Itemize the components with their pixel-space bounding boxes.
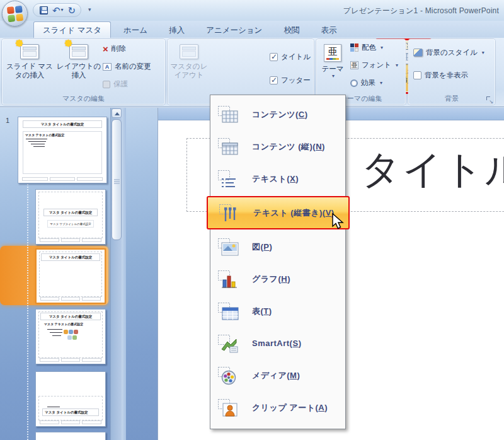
table-icon: [217, 302, 240, 321]
menu-item-label: コンテンツ (縦)(N): [252, 141, 325, 153]
themes-icon: 亜: [324, 44, 341, 62]
titlebar: ↶▾ ↻ ▾ プレゼンテーション1 - Microsoft PowerPoint: [0, 0, 504, 21]
save-icon: [40, 6, 48, 14]
hide-background-checkbox[interactable]: 背景を非表示: [413, 71, 468, 80]
delete-icon: ×: [103, 44, 108, 54]
delete-button[interactable]: × 削除: [103, 44, 126, 54]
undo-button[interactable]: ↶▾: [52, 6, 64, 15]
text-vertical-icon: [219, 204, 241, 223]
rename-button[interactable]: A 名前の変更: [103, 62, 151, 71]
group-label-master-edit: マスタの編集: [2, 94, 165, 103]
theme-colors-button[interactable]: 配色▾: [350, 43, 383, 52]
background-styles-button[interactable]: 背景のスタイル▾: [413, 48, 484, 57]
menu-item-label: 図(P): [252, 241, 272, 253]
theme-fonts-icon: 亜: [350, 61, 358, 69]
menu-item-label: コンテンツ(C): [252, 109, 308, 120]
menu-item-テキスト (縦書き)[interactable]: テキスト (縦書き)(V): [207, 196, 350, 229]
insert-slide-master-button[interactable]: スライド マスタの挿入: [4, 42, 55, 80]
slide-thumbnail-1[interactable]: マスタ タイトルの書式設定マスタ テキストの書式設定: [18, 117, 107, 183]
layout-connector-line: [27, 182, 28, 440]
pane-splitter[interactable]: [122, 108, 126, 440]
menu-item-コンテンツ[interactable]: コンテンツ(C): [210, 98, 345, 130]
clipart-icon: [217, 398, 240, 417]
group-background: 背景のスタイル▾ 背景を非表示 背景: [408, 39, 495, 105]
chart-icon: [217, 270, 240, 289]
master-layout-icon: [180, 44, 198, 59]
content-icon: [217, 105, 240, 124]
footer-checkbox-icon[interactable]: [270, 76, 278, 84]
smartart-icon: [217, 334, 240, 353]
menu-item-メディア[interactable]: メディア(M): [210, 359, 345, 391]
text-icon: [217, 170, 240, 188]
ribbon-tab-bar: スライド マスタホーム挿入アニメーション校閲表示: [0, 21, 504, 38]
menu-item-SmartArt[interactable]: SmartArt(S): [210, 327, 345, 359]
theme-effects-button[interactable]: 効果▾: [350, 78, 382, 88]
tab-校閲[interactable]: 校閲: [275, 23, 308, 38]
group-label-background: 背景: [408, 94, 495, 103]
office-logo-icon: [6, 5, 23, 21]
slide-thumbnail-2[interactable]: マスタ タイトルの書式設定マスタ サブタイトルの書式設定: [35, 189, 106, 245]
save-button[interactable]: [40, 6, 48, 14]
tab-挿入[interactable]: 挿入: [160, 23, 193, 38]
menu-item-クリップ アート[interactable]: クリップ アート(A): [210, 391, 345, 424]
background-dialog-launcher-icon[interactable]: [486, 96, 493, 103]
window-title: プレゼンテーション1 - Microsoft PowerPoint: [343, 6, 499, 16]
qat-customize-button[interactable]: ▾: [88, 6, 91, 13]
tab-スライド マスタ[interactable]: スライド マスタ: [33, 21, 111, 38]
slide-thumbnail-3[interactable]: マスタ タイトルの書式設定: [35, 248, 106, 304]
mouse-cursor: [331, 213, 345, 231]
menu-item-グラフ[interactable]: グラフ(H): [210, 263, 345, 295]
slide-thumbnail-pane: 1 マスタ タイトルの書式設定マスタ テキストの書式設定マスタ タイトルの書式設…: [0, 108, 158, 440]
theme-effects-icon: [350, 79, 358, 87]
title-checkbox-icon[interactable]: [270, 53, 278, 61]
picture-icon: [217, 238, 240, 257]
tab-アニメーション[interactable]: アニメーション: [197, 23, 271, 38]
menu-item-label: テキスト (縦書き)(V): [253, 207, 335, 219]
new-star-icon: [16, 40, 22, 46]
group-master-edit: スライド マスタの挿入 レイアウトの挿入 × 削除 A 名前の変更 保護 マスタ…: [2, 39, 165, 105]
slide-title-placeholder-text[interactable]: タイトルの書式設定: [361, 143, 504, 196]
theme-fonts-button[interactable]: 亜 フォント▾: [350, 61, 398, 70]
quick-access-toolbar: ↶▾ ↻: [33, 3, 81, 17]
menu-item-label: SmartArt(S): [252, 339, 301, 348]
tab-表示[interactable]: 表示: [312, 23, 345, 38]
slide-thumbnail-4[interactable]: マスタ タイトルの書式設定マスタ テキストの書式設定: [35, 309, 106, 364]
preserve-button[interactable]: 保護: [103, 79, 128, 89]
redo-button[interactable]: ↻: [68, 6, 76, 15]
menu-item-テキスト[interactable]: テキスト(X): [210, 163, 345, 195]
insert-placeholder-menu: コンテンツ(C)コンテンツ (縦)(N)テキスト(X)テキスト (縦書き)(V)…: [210, 95, 346, 429]
scrollbar-up-icon[interactable]: [112, 108, 122, 118]
slide-thumbnail-5[interactable]: マスタ タイトルの書式設定: [35, 371, 106, 427]
menu-item-label: テキスト(X): [252, 173, 299, 185]
insert-slide-master-icon: [20, 44, 39, 59]
tab-ホーム[interactable]: ホーム: [115, 23, 156, 38]
slide-thumbnail-6[interactable]: [35, 432, 106, 440]
menu-item-図[interactable]: 図(P): [210, 231, 345, 263]
master-layout-button[interactable]: マスタのレイアウト: [170, 42, 208, 80]
menu-item-label: 表(T): [252, 306, 272, 317]
insert-layout-icon: [69, 44, 88, 59]
sidebar-scrollbar[interactable]: [110, 108, 122, 440]
scrollbar-thumb[interactable]: [112, 119, 122, 240]
powerpoint-window: ↶▾ ↻ ▾ プレゼンテーション1 - Microsoft PowerPoint…: [0, 0, 504, 440]
title-checkbox[interactable]: タイトル: [270, 52, 311, 62]
themes-button[interactable]: 亜 テーマ ▾: [319, 42, 346, 79]
new-star-icon: [66, 40, 71, 46]
insert-layout-button[interactable]: レイアウトの挿入: [56, 42, 101, 80]
preserve-icon: [103, 81, 110, 88]
rename-icon: A: [103, 63, 112, 71]
undo-dropdown-icon[interactable]: ▾: [61, 8, 64, 13]
menu-item-label: グラフ(H): [252, 274, 290, 285]
office-button[interactable]: [2, 1, 28, 26]
media-icon: [217, 366, 240, 385]
theme-colors-icon: [350, 43, 358, 52]
background-styles-icon: [413, 49, 423, 57]
content-vertical-icon: [217, 137, 240, 156]
footer-checkbox[interactable]: フッター: [270, 76, 311, 85]
menu-item-label: メディア(M): [252, 370, 300, 381]
hide-background-checkbox-icon[interactable]: [413, 71, 421, 79]
menu-item-label: クリップ アート(A): [252, 402, 328, 414]
menu-item-表[interactable]: 表(T): [210, 295, 345, 327]
menu-item-コンテンツ (縦)[interactable]: コンテンツ (縦)(N): [210, 130, 345, 163]
slide-number: 1: [6, 117, 9, 124]
